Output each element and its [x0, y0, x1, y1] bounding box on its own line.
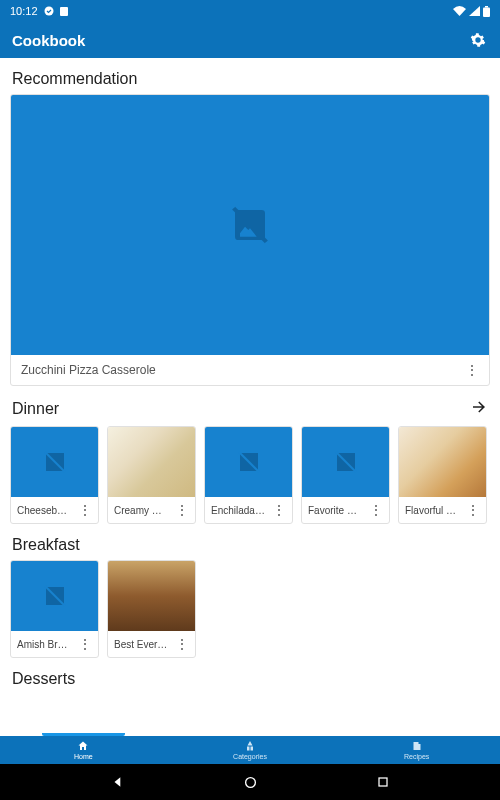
section-title-desserts: Desserts	[12, 670, 75, 688]
battery-icon	[483, 6, 490, 17]
sys-back-button[interactable]	[103, 767, 133, 797]
recipe-name: Creamy …	[114, 505, 162, 516]
recipe-card[interactable]: Flavorful … ⋮	[398, 426, 487, 524]
recipe-name: Favorite …	[308, 505, 357, 516]
recipe-image	[302, 427, 389, 497]
recipe-image	[11, 427, 98, 497]
status-bar: 10:12	[0, 0, 500, 22]
nav-recipes[interactable]: Recipes	[333, 736, 500, 764]
recipe-card[interactable]: Best Ever… ⋮	[107, 560, 196, 658]
dinner-row[interactable]: Cheeseb… ⋮ Creamy … ⋮ Enchilada… ⋮	[10, 426, 490, 524]
arrow-right-icon	[470, 398, 488, 416]
signal-icon	[469, 6, 480, 16]
svg-point-0	[44, 7, 53, 16]
section-title-dinner: Dinner	[12, 400, 59, 418]
categories-icon	[244, 740, 256, 752]
app-title: Cookbook	[12, 32, 85, 49]
recipes-icon	[411, 740, 423, 752]
no-image-icon	[43, 450, 67, 474]
recipe-name: Amish Br…	[17, 639, 68, 650]
nav-home[interactable]: Home	[0, 736, 167, 764]
recipe-card[interactable]: Creamy … ⋮	[107, 426, 196, 524]
svg-point-13	[245, 777, 255, 787]
recipe-image	[108, 561, 195, 631]
home-icon	[77, 740, 89, 752]
section-title-recommendation: Recommendation	[12, 70, 137, 88]
bottom-nav: Home Categories Recipes	[0, 736, 500, 764]
recipe-menu-button[interactable]: ⋮	[175, 503, 189, 517]
no-image-icon	[334, 450, 358, 474]
section-title-breakfast: Breakfast	[12, 536, 80, 554]
recipe-image	[11, 561, 98, 631]
system-nav	[0, 764, 500, 800]
recommendation-image	[11, 95, 489, 355]
recipe-card[interactable]: Enchilada… ⋮	[204, 426, 293, 524]
sys-home-button[interactable]	[235, 767, 265, 797]
nav-categories[interactable]: Categories	[167, 736, 334, 764]
svg-rect-14	[379, 778, 387, 786]
no-image-icon	[230, 205, 270, 245]
recipe-menu-button[interactable]: ⋮	[78, 503, 92, 517]
recipe-image	[108, 427, 195, 497]
recommendation-name: Zucchini Pizza Casserole	[21, 363, 156, 377]
recipe-menu-button[interactable]: ⋮	[369, 503, 383, 517]
status-app-icon	[44, 6, 54, 16]
recipe-menu-button[interactable]: ⋮	[78, 637, 92, 651]
circle-icon	[244, 776, 257, 789]
content[interactable]: Recommendation Zucchini Pizza Casserole …	[0, 58, 500, 736]
recipe-image	[399, 427, 486, 497]
recipe-card[interactable]: Amish Br… ⋮	[10, 560, 99, 658]
recipe-menu-button[interactable]: ⋮	[466, 503, 480, 517]
recommendation-menu-button[interactable]: ⋮	[465, 363, 479, 377]
svg-rect-3	[483, 7, 490, 17]
status-sim-icon	[60, 6, 68, 16]
no-image-icon	[43, 584, 67, 608]
nav-recipes-label: Recipes	[404, 753, 429, 760]
recipe-name: Enchilada…	[211, 505, 265, 516]
dinner-more-button[interactable]	[470, 398, 488, 420]
svg-rect-2	[485, 6, 488, 8]
app-bar: Cookbook	[0, 22, 500, 58]
recipe-card[interactable]: Favorite … ⋮	[301, 426, 390, 524]
recipe-image	[205, 427, 292, 497]
settings-icon	[470, 32, 486, 48]
back-icon	[111, 775, 125, 789]
svg-rect-1	[60, 7, 68, 16]
square-icon	[377, 776, 389, 788]
recipe-card[interactable]: Cheeseb… ⋮	[10, 426, 99, 524]
recipe-menu-button[interactable]: ⋮	[272, 503, 286, 517]
recipe-name: Best Ever…	[114, 639, 167, 650]
no-image-icon	[237, 450, 261, 474]
status-time: 10:12	[10, 5, 38, 17]
breakfast-row[interactable]: Amish Br… ⋮ Best Ever… ⋮	[10, 560, 490, 658]
wifi-icon	[453, 6, 466, 16]
nav-home-label: Home	[74, 753, 93, 760]
recommendation-card[interactable]: Zucchini Pizza Casserole ⋮	[10, 94, 490, 386]
recipe-name: Cheeseb…	[17, 505, 67, 516]
sys-recent-button[interactable]	[368, 767, 398, 797]
settings-button[interactable]	[468, 30, 488, 50]
recipe-name: Flavorful …	[405, 505, 456, 516]
nav-categories-label: Categories	[233, 753, 267, 760]
recipe-menu-button[interactable]: ⋮	[175, 637, 189, 651]
